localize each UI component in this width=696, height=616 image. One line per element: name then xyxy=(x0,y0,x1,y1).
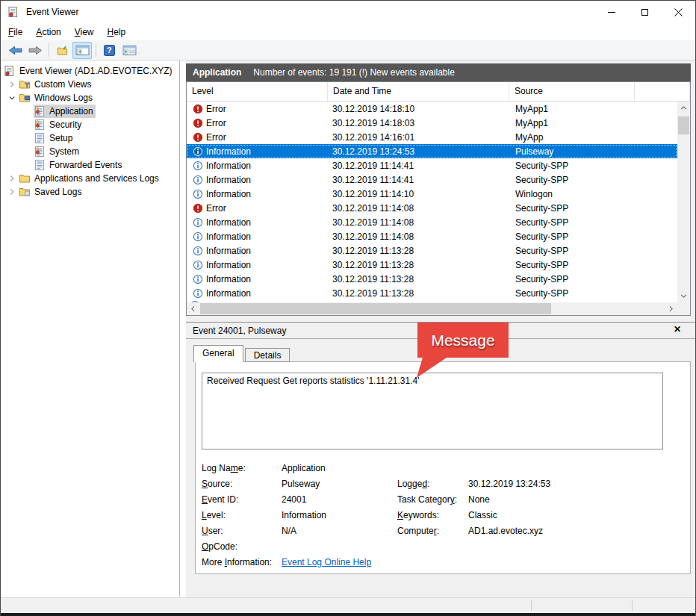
tree-item-security[interactable]: Security xyxy=(1,118,179,131)
chevron-right-icon[interactable] xyxy=(5,186,19,198)
event-row[interactable]: Error30.12.2019 11:14:08Security-SPP xyxy=(187,201,677,215)
event-table-header: LevelDate and TimeSource xyxy=(187,82,690,102)
event-message-box[interactable]: Received Request Get reports statistics … xyxy=(202,373,663,449)
event-row[interactable]: Information30.12.2019 11:14:10Winlogon xyxy=(187,187,677,201)
log-header-subtitle: Number of events: 19 191 (!) New events … xyxy=(253,67,454,78)
folder-windows-icon xyxy=(19,92,31,104)
event-level-text: Information xyxy=(206,146,251,157)
tab-details[interactable]: Details xyxy=(245,348,290,362)
tree-item-custom-views[interactable]: Custom Views xyxy=(1,78,179,91)
show-action-pane-button[interactable] xyxy=(119,42,139,59)
tree-item-windows-logs[interactable]: Windows Logs xyxy=(1,91,179,105)
field-spacer xyxy=(397,539,468,555)
event-row[interactable]: Information30.12.2019 11:14:41Security-S… xyxy=(187,172,677,187)
tree-item-application[interactable]: Application xyxy=(1,105,179,118)
event-row[interactable]: Error30.12.2019 14:16:01MyApp xyxy=(187,130,677,144)
event-level-text: Error xyxy=(206,118,226,128)
chevron-right-icon[interactable] xyxy=(5,172,19,184)
event-log-online-help-link[interactable]: Event Log Online Help xyxy=(282,557,371,567)
event-level-cell: Information xyxy=(187,260,328,270)
event-row[interactable]: Information30.12.2019 11:13:28Security-S… xyxy=(187,286,677,300)
column-header-level[interactable]: Level xyxy=(187,82,328,101)
chevron-right-icon[interactable] xyxy=(5,78,19,90)
event-message: Received Request Get reports statistics … xyxy=(207,376,420,386)
event-source-cell: MyApp xyxy=(509,132,677,143)
column-header-source[interactable]: Source xyxy=(509,82,635,101)
info-icon xyxy=(193,260,203,270)
tree-item-label: Custom Views xyxy=(31,79,91,90)
help-button[interactable]: ? xyxy=(99,42,119,59)
tree-item-setup[interactable]: Setup xyxy=(1,131,179,145)
event-row[interactable]: Information30.12.2019 11:14:08Security-S… xyxy=(187,229,677,243)
forward-button[interactable] xyxy=(25,42,45,59)
event-datetime-cell: 30.12.2019 13:24:53 xyxy=(328,146,509,157)
forward-icon xyxy=(28,45,43,56)
back-button[interactable] xyxy=(5,42,25,59)
event-row[interactable]: Information30.12.2019 11:13:28Security-S… xyxy=(187,258,677,272)
preview-pane: Event 24001, Pulseway ✕ GeneralDetails R… xyxy=(186,322,695,597)
export-icon xyxy=(56,45,69,56)
error-icon xyxy=(193,132,203,143)
info-icon xyxy=(193,189,203,199)
menu-item-action[interactable]: Action xyxy=(36,25,67,40)
vertical-scrollbar[interactable] xyxy=(677,102,690,302)
field-spacer xyxy=(397,461,468,476)
source-value: Pulseway xyxy=(282,476,397,492)
keywords-value: Classic xyxy=(468,508,550,523)
event-row[interactable]: Information30.12.2019 11:13:28Security-S… xyxy=(187,243,677,258)
scroll-down-arrow-icon[interactable] xyxy=(677,290,690,302)
maximize-button[interactable] xyxy=(628,1,662,23)
scroll-right-arrow-icon[interactable] xyxy=(665,302,677,315)
error-icon xyxy=(193,203,203,214)
event-source-cell: MyApp1 xyxy=(509,104,677,114)
vertical-scroll-thumb[interactable] xyxy=(678,116,689,134)
event-level-cell: Error xyxy=(187,132,328,143)
export-button[interactable] xyxy=(52,42,72,59)
source-label: Source: xyxy=(202,476,282,492)
event-row[interactable]: Error30.12.2019 14:18:03MyApp1 xyxy=(187,116,677,130)
opcode-value xyxy=(282,539,397,555)
event-level-text: Information xyxy=(206,246,251,256)
log-header-title: Application xyxy=(193,67,241,78)
minimize-icon xyxy=(608,12,615,13)
chevron-down-icon[interactable] xyxy=(5,92,19,104)
event-row[interactable]: Information30.12.2019 13:24:53Pulseway xyxy=(187,144,677,158)
event-row[interactable]: Information30.12.2019 11:14:08Security-S… xyxy=(187,215,677,229)
tree-item-applications-and-services-logs[interactable]: Applications and Services Logs xyxy=(1,172,179,185)
scroll-up-arrow-icon[interactable] xyxy=(677,102,690,114)
menu-item-help[interactable]: Help xyxy=(108,25,133,40)
tab-general[interactable]: General xyxy=(193,345,243,362)
taskbar-edge xyxy=(1,613,695,616)
event-viewer-icon xyxy=(4,65,16,77)
menu-item-view[interactable]: View xyxy=(75,25,101,40)
close-button[interactable] xyxy=(662,1,695,23)
scroll-left-arrow-icon[interactable] xyxy=(187,302,199,315)
horizontal-scroll-thumb[interactable] xyxy=(200,303,551,314)
event-source-cell: MyApp1 xyxy=(509,118,677,128)
tree-item-label: Saved Logs xyxy=(31,187,81,197)
folder-icon xyxy=(19,172,31,184)
preview-close-icon[interactable]: ✕ xyxy=(674,324,681,335)
event-row[interactable]: Information30.12.2019 11:13:28Security-S… xyxy=(187,272,677,286)
tree-item-forwarded-events[interactable]: Forwarded Events xyxy=(1,158,179,172)
log-plain-icon xyxy=(34,132,46,144)
column-header-date-and-time[interactable]: Date and Time xyxy=(328,82,509,101)
log-red-icon xyxy=(34,146,46,158)
event-level-text: Error xyxy=(206,203,226,214)
info-icon xyxy=(193,175,203,185)
more-information-label: More Information: xyxy=(202,555,282,570)
tree-item-saved-logs[interactable]: Saved Logs xyxy=(1,185,179,199)
event-level-cell: Information xyxy=(187,146,328,157)
horizontal-scrollbar[interactable] xyxy=(187,302,677,315)
event-row[interactable]: Error30.12.2019 14:18:10MyApp1 xyxy=(187,102,677,116)
toolbar-separator xyxy=(49,43,49,57)
minimize-button[interactable] xyxy=(594,1,628,23)
info-icon xyxy=(193,288,203,299)
tree-item-event-viewer-ad1-ad-evotec-xyz[interactable]: Event Viewer (AD1.AD.EVOTEC.XYZ) xyxy=(1,64,179,78)
menu-item-file[interactable]: File xyxy=(8,25,29,40)
event-row[interactable]: Information30.12.2019 11:14:41Security-S… xyxy=(187,158,677,172)
event-level-text: Information xyxy=(206,217,251,228)
status-bar xyxy=(1,597,695,613)
show-console-tree-button[interactable] xyxy=(72,42,92,59)
tree-item-system[interactable]: System xyxy=(1,145,179,158)
